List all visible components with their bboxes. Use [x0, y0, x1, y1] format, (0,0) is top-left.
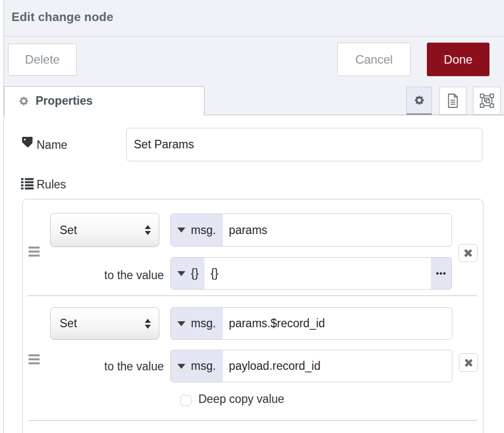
delete-button[interactable]: Delete	[8, 44, 77, 76]
chevron-down-icon	[177, 364, 185, 369]
deep-copy-label: Deep copy value	[198, 392, 284, 406]
value-type-button[interactable]: msg.	[171, 350, 223, 382]
chevron-down-icon	[177, 321, 185, 326]
select-arrows-icon	[145, 319, 151, 329]
select-arrows-icon	[145, 225, 151, 235]
chevron-down-icon	[177, 228, 185, 233]
rule-divider	[28, 420, 477, 421]
name-label: Name	[37, 138, 67, 152]
close-icon	[464, 359, 472, 367]
appearance-tab-button[interactable]	[473, 87, 500, 115]
rule-divider	[28, 295, 477, 296]
dialog-title: Edit change node	[12, 10, 113, 24]
list-icon	[21, 177, 34, 189]
node-appearance-icon	[479, 93, 494, 108]
property-type-button[interactable]: msg.	[171, 214, 223, 246]
property-input[interactable]	[223, 308, 452, 339]
rule-property-typed-input: msg.	[170, 307, 452, 340]
rule-action-value: Set	[60, 317, 77, 330]
value-type-button[interactable]: {}	[171, 258, 204, 289]
property-type-button[interactable]: msg.	[171, 308, 223, 339]
value-input[interactable]	[223, 350, 452, 382]
property-type-label: msg.	[191, 224, 216, 237]
property-type-label: msg.	[191, 317, 216, 330]
rules-label: Rules	[37, 178, 66, 191]
document-icon	[446, 93, 459, 108]
value-type-label: msg.	[191, 359, 216, 373]
value-input[interactable]	[204, 258, 431, 289]
done-button[interactable]: Done	[427, 43, 489, 76]
rule-property-typed-input: msg.	[170, 213, 452, 247]
property-input[interactable]	[223, 214, 451, 246]
to-the-value-label: to the value	[50, 360, 164, 373]
rule-action-select[interactable]: Set	[50, 213, 159, 247]
edit-change-node-dialog: Edit change node Delete Cancel Done Prop…	[0, 0, 504, 433]
rule-value-typed-input: {} •••	[170, 257, 452, 290]
tag-icon	[21, 136, 34, 148]
properties-tab-button[interactable]	[406, 87, 432, 115]
gear-icon	[413, 94, 425, 106]
rule-value-typed-input: msg.	[170, 350, 452, 382]
close-icon	[464, 249, 472, 257]
remove-rule-button[interactable]	[459, 353, 478, 372]
rule-drag-handle[interactable]	[29, 354, 40, 366]
chevron-down-icon	[177, 271, 185, 276]
rule-action-select[interactable]: Set	[50, 307, 159, 340]
rule-action-value: Set	[60, 224, 77, 237]
ellipsis-icon: •••	[436, 269, 446, 279]
remove-rule-button[interactable]	[458, 244, 477, 262]
to-the-value-label: to the value	[50, 269, 164, 282]
value-type-label: {}	[191, 267, 198, 280]
dialog-header: Edit change node	[4, 0, 504, 37]
name-input[interactable]	[126, 128, 482, 161]
cancel-button[interactable]: Cancel	[337, 43, 411, 76]
gear-icon	[18, 95, 30, 107]
tab-properties[interactable]: Properties	[4, 86, 204, 115]
expand-editor-button[interactable]: •••	[431, 258, 451, 289]
tab-properties-label: Properties	[36, 94, 93, 108]
rule-drag-handle[interactable]	[29, 247, 40, 259]
description-tab-button[interactable]	[439, 87, 466, 115]
deep-copy-checkbox[interactable]	[180, 395, 191, 406]
